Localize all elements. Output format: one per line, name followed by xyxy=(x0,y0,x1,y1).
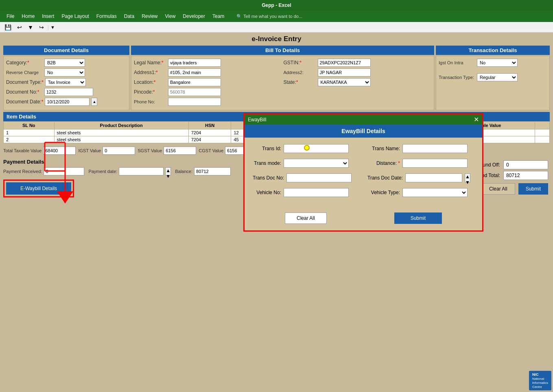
category-label: Category:* xyxy=(6,60,43,66)
address1-input[interactable]: #105, 2nd main xyxy=(168,68,221,77)
category-select[interactable]: B2BB2C xyxy=(44,59,85,67)
state-select[interactable]: KARNATAKA xyxy=(318,78,371,86)
redo-button[interactable]: ↪ xyxy=(37,23,46,32)
nic-logo: NICNationalInformaticsCentre xyxy=(529,371,551,390)
cell-product: steel sheets xyxy=(54,136,188,143)
trans-name-label: Trans Name: xyxy=(367,146,400,151)
doc-type-label: Document Type:* xyxy=(6,79,44,85)
menu-page-layout[interactable]: Page Layout xyxy=(58,13,92,20)
tell-me-input: 🔍 Tell me what you want to do... xyxy=(236,14,302,19)
trans-id-label: Trans Id: xyxy=(253,146,281,151)
vehicle-no-label: Vehicle No: xyxy=(253,190,281,195)
phone-label: Phone No: xyxy=(134,99,166,104)
menu-developer[interactable]: Developer xyxy=(179,13,208,20)
document-details-panel: Category:* B2BB2C Reverse Charge NoYes D… xyxy=(3,56,129,110)
date-spinner-up[interactable]: ▲ xyxy=(91,98,97,106)
payment-received-label: Payment Received: xyxy=(3,169,42,174)
cell-product: steel sheets xyxy=(54,129,188,136)
sgst-value-input[interactable]: 6156 xyxy=(164,147,196,155)
payment-date-input[interactable] xyxy=(119,167,164,175)
menu-view[interactable]: View xyxy=(162,13,179,20)
transaction-type-select[interactable]: Regular xyxy=(477,73,518,81)
igst-select[interactable]: NoYes xyxy=(477,59,518,67)
round-off-input[interactable]: 0 xyxy=(503,160,548,169)
payment-received-input[interactable]: 0 xyxy=(44,167,84,175)
vehicle-type-select[interactable]: RegularODC xyxy=(402,188,468,197)
menu-file[interactable]: File xyxy=(3,13,17,20)
trans-doc-date-label: Trans Doc Date: xyxy=(367,175,403,181)
page-title: e-Invoice Entry xyxy=(3,35,550,43)
vehicle-type-label: Vehicle Type: xyxy=(367,190,400,195)
col-product: Product Description xyxy=(54,122,188,129)
bill-to-details-header: Bill To Details xyxy=(131,46,434,55)
balance-input[interactable]: 80712 xyxy=(194,167,231,175)
total-taxable-label: Total Taxable Value xyxy=(3,148,42,153)
gstin-label: GSTIN:* xyxy=(284,60,316,66)
menu-data[interactable]: Data xyxy=(121,13,138,20)
menu-insert[interactable]: Insert xyxy=(39,13,57,20)
phone-input[interactable] xyxy=(168,98,221,106)
undo-dropdown[interactable]: ▼ xyxy=(26,23,35,32)
transaction-type-label: Transaction Type: xyxy=(439,75,475,80)
menu-bar: File Home Insert Page Layout Formulas Da… xyxy=(0,11,553,22)
address1-label: Address1:* xyxy=(134,70,166,75)
distance-input[interactable] xyxy=(402,159,468,168)
trans-id-input[interactable] xyxy=(284,144,349,153)
cell-sl: 2 xyxy=(4,136,55,143)
doc-date-label: Document Date:* xyxy=(6,99,43,105)
cell-extra xyxy=(535,136,549,143)
trans-name-input[interactable] xyxy=(402,144,468,153)
location-input[interactable]: Bangalore xyxy=(168,78,221,86)
trans-mode-label: Trans mode: xyxy=(253,160,281,166)
sgst-value-label: SGST Value xyxy=(138,148,162,153)
cursor-indicator xyxy=(304,145,310,151)
igst-value-label: IGST Value xyxy=(78,148,101,153)
trans-doc-no-label: Trans Doc No: xyxy=(253,175,284,181)
total-taxable-input[interactable]: 68400 xyxy=(43,147,76,155)
doc-no-label: Document No:* xyxy=(6,89,43,95)
document-type-select[interactable]: Tax InvoiceCredit NoteDebit Note xyxy=(45,78,86,86)
modal-header: EwayBill Details xyxy=(245,125,482,138)
save-button[interactable]: 💾 xyxy=(2,23,13,32)
document-no-input[interactable]: 1232 xyxy=(44,88,93,96)
doc-date-spinner[interactable]: ▲▼ xyxy=(465,173,470,182)
trans-mode-select[interactable]: RoadRailAirShip xyxy=(284,159,349,168)
undo-button[interactable]: ↩ xyxy=(15,23,24,32)
menu-home[interactable]: Home xyxy=(18,13,38,20)
payment-header: Payment Details xyxy=(3,159,231,165)
title-bar: Gepp - Excel xyxy=(0,0,553,11)
modal-submit-button[interactable]: Submit xyxy=(394,212,442,224)
submit-button[interactable]: Submit xyxy=(518,183,548,195)
payment-date-spinner[interactable]: ▲▼ xyxy=(165,167,171,175)
igst-value-input[interactable]: 0 xyxy=(103,147,135,155)
legal-name-label: Legal Name:* xyxy=(134,60,166,66)
reverse-charge-select[interactable]: NoYes xyxy=(44,68,85,77)
cell-extra xyxy=(535,129,549,136)
bill-to-details-panel: Legal Name:* vijaya traders Address1:* #… xyxy=(131,56,434,110)
pincode-input[interactable] xyxy=(168,88,221,96)
menu-formulas[interactable]: Formulas xyxy=(93,13,120,20)
customize-toolbar[interactable]: ▼ xyxy=(50,25,55,30)
vehicle-no-input[interactable] xyxy=(284,188,349,197)
legal-name-input[interactable]: vijaya traders xyxy=(168,59,221,67)
trans-doc-no-input[interactable] xyxy=(286,173,352,182)
col-hsn: HSN xyxy=(188,122,231,129)
gstin-input[interactable]: 29ADXPC2022N1Z7 xyxy=(318,59,371,67)
eway-details-button[interactable]: E-Waybill Details xyxy=(6,182,71,195)
cell-hsn: 7204 xyxy=(188,129,231,136)
clear-all-button[interactable]: Clear All xyxy=(481,183,515,195)
cell-hsn: 7204 xyxy=(188,136,231,143)
address2-input[interactable]: JP NAGAR xyxy=(318,68,371,77)
modal-buttons: Clear All Submit xyxy=(245,209,482,230)
balance-label: Balance: xyxy=(175,169,192,174)
menu-review[interactable]: Review xyxy=(138,13,161,20)
menu-team[interactable]: Team xyxy=(209,13,227,20)
grand-total-input[interactable]: 80712 xyxy=(503,171,548,180)
nic-badge: NICNationalInformaticsCentre xyxy=(529,371,551,390)
eway-button-container: E-Waybill Details xyxy=(3,180,74,197)
document-details-header: Document Details xyxy=(3,46,129,55)
modal-close-button[interactable]: ✕ xyxy=(474,116,479,123)
document-date-input[interactable]: 10/12/2020 xyxy=(45,98,90,106)
trans-doc-date-input[interactable] xyxy=(405,173,462,182)
modal-clear-all-button[interactable]: Clear All xyxy=(285,212,327,224)
